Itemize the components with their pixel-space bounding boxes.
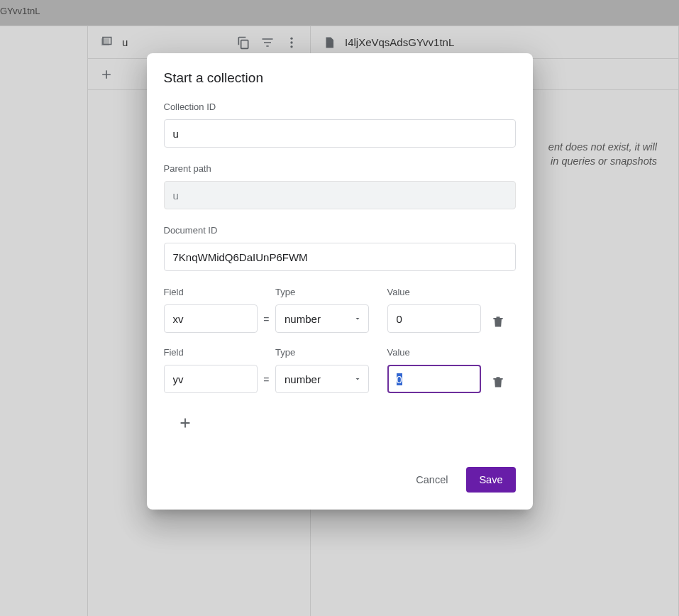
modal-overlay: Start a collection Collection ID Parent … [0,0,679,616]
type-select-value: number [285,373,321,385]
value-label: Value [387,287,481,297]
cancel-button[interactable]: Cancel [403,467,460,493]
add-field-row [164,407,516,439]
type-label: Type [275,347,369,358]
trash-icon[interactable] [491,314,505,329]
add-field-button[interactable] [175,413,195,433]
document-id-label: Document ID [164,225,516,236]
document-id-input[interactable] [164,243,516,271]
chevron-down-icon [353,314,362,323]
chevron-down-icon [353,375,362,383]
parent-path-input [164,181,516,209]
field-value-input[interactable] [387,304,481,333]
field-value-input[interactable] [387,365,481,393]
collection-id-group: Collection ID [164,101,516,148]
type-select[interactable]: number [275,304,369,333]
parent-path-label: Parent path [164,163,516,174]
collection-id-input[interactable] [164,119,516,148]
field-label: Field [164,287,258,297]
parent-path-group: Parent path [164,163,516,209]
field-row: Field = Type number Value [164,347,516,393]
field-label: Field [164,347,258,358]
type-select-value: number [285,313,321,325]
start-collection-dialog: Start a collection Collection ID Parent … [147,53,533,510]
spacer [369,325,387,333]
spacer [369,385,387,393]
save-button[interactable]: Save [466,467,515,493]
document-id-group: Document ID [164,225,516,271]
equals-sign: = [258,374,275,393]
field-name-input[interactable] [164,365,258,393]
type-label: Type [275,287,369,297]
trash-icon[interactable] [491,375,505,389]
dialog-actions: Cancel Save [164,467,516,493]
value-label: Value [387,347,481,358]
collection-id-label: Collection ID [164,101,516,112]
equals-sign: = [258,314,275,333]
field-name-input[interactable] [164,304,258,333]
type-select[interactable]: number [275,365,369,393]
field-row: Field = Type number Value [164,287,516,333]
dialog-title: Start a collection [164,70,516,86]
